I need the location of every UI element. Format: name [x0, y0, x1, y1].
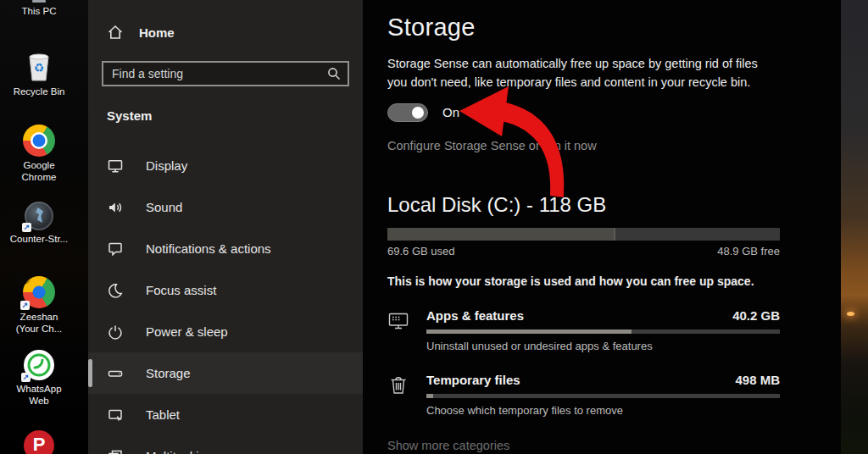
disk-usage-bar-fill — [387, 228, 615, 241]
multitasking-icon — [107, 448, 124, 454]
desktop-icon-whatsapp-web[interactable]: ↗ WhatsApp Web — [0, 350, 78, 407]
sidebar-item-label: Focus assist — [146, 283, 216, 297]
storage-sense-toggle[interactable] — [387, 103, 428, 122]
sidebar-item-label: Tablet — [146, 407, 180, 422]
sidebar-item-label: Notifications & actions — [146, 241, 271, 256]
category-description: Uninstall unused or undesired apps & fea… — [426, 340, 780, 352]
show-more-categories-link[interactable]: Show more categories — [387, 439, 509, 452]
chrome-icon — [23, 125, 55, 157]
trash-icon — [387, 373, 411, 417]
search-input[interactable] — [112, 67, 327, 80]
storage-sense-toggle-row: On — [387, 103, 780, 122]
category-body: Apps & features 40.2 GB Uninstall unused… — [426, 308, 780, 352]
svg-text:♻: ♻ — [34, 61, 45, 75]
storage-sense-description: Storage Sense can automatically free up … — [387, 54, 780, 92]
configure-storage-sense-link[interactable]: Configure Storage Sense or run it now — [387, 139, 597, 152]
desktop-icon-zeeshan-chrome[interactable]: ↗ Zeeshan (Your Ch... — [0, 276, 78, 335]
desktop-area-right — [841, 0, 868, 454]
sidebar-item-sound[interactable]: Sound — [88, 186, 363, 228]
desktop-icon-label: This PC — [22, 6, 57, 18]
desktop-icon-counter-strike[interactable]: ↗ Counter-Str... — [0, 202, 78, 246]
desktop-icon-recycle-bin[interactable]: ♻ Recycle Bin — [0, 49, 78, 98]
disk-used-label: 69.6 GB used — [387, 245, 455, 257]
disk-free-label: 48.9 GB free — [717, 245, 780, 257]
sidebar-nav: Display Sound Notifications & actio — [88, 145, 363, 454]
recycle-bin-icon: ♻ — [25, 49, 53, 83]
desktop-icon-label: Recycle Bin — [14, 86, 65, 98]
category-size: 498 MB — [735, 373, 780, 387]
sidebar-item-focus-assist[interactable]: Focus assist — [88, 269, 363, 311]
power-icon — [107, 324, 124, 340]
sidebar-item-label: Multitasking — [146, 449, 213, 454]
sidebar-item-power-sleep[interactable]: Power & sleep — [88, 311, 363, 352]
category-bar — [426, 329, 780, 334]
sidebar-home[interactable]: Home — [88, 22, 363, 42]
category-label: Apps & features — [426, 308, 524, 323]
desktop-icon-label: WhatsApp Web — [16, 384, 61, 407]
category-body: Temporary files 498 MB Choose which temp… — [426, 373, 780, 417]
disk-usage-bar — [387, 228, 780, 241]
sidebar-item-label: Power & sleep — [146, 324, 228, 339]
counter-strike-icon: ↗ — [25, 202, 53, 230]
category-apps-features[interactable]: Apps & features 40.2 GB Uninstall unused… — [387, 308, 780, 352]
sidebar-item-label: Sound — [146, 200, 182, 214]
category-size: 40.2 GB — [732, 308, 780, 323]
category-bar-fill — [426, 394, 433, 398]
home-label: Home — [139, 25, 175, 40]
sidebar-item-label: Storage — [146, 366, 191, 380]
disk-usage-labels: 69.6 GB used 48.9 GB free — [387, 245, 780, 257]
sunset-glow — [847, 312, 854, 316]
desktop-icon-label: Google Chrome — [22, 160, 57, 183]
settings-window: Home System Display — [88, 0, 841, 454]
shortcut-arrow-icon: ↗ — [22, 223, 31, 232]
shortcut-arrow-icon: ↗ — [21, 373, 31, 382]
category-bar — [426, 394, 780, 398]
sidebar-item-notifications[interactable]: Notifications & actions — [88, 228, 363, 269]
sidebar-section-system: System — [107, 108, 363, 123]
shortcut-arrow-icon: ↗ — [20, 301, 30, 310]
search-box[interactable] — [102, 61, 349, 86]
display-icon — [107, 158, 124, 174]
desktop-area-left: This PC ♻ Recycle Bin Google Chrome ↗ Co… — [0, 0, 88, 454]
usage-intro-text: This is how your storage is used and how… — [387, 274, 780, 288]
storage-settings-panel: Storage Storage Sense can automatically … — [363, 0, 841, 454]
sidebar-item-tablet[interactable]: Tablet — [88, 394, 363, 435]
pinterest-icon: P — [24, 430, 54, 454]
settings-sidebar: Home System Display — [88, 0, 363, 454]
tablet-icon — [107, 407, 124, 424]
desktop-icon-label: Counter-Str... — [10, 234, 68, 246]
storage-icon — [107, 365, 124, 382]
toggle-knob — [412, 107, 424, 119]
toggle-state-label: On — [442, 105, 459, 119]
sidebar-item-storage[interactable]: Storage — [88, 352, 363, 394]
sidebar-item-display[interactable]: Display — [88, 145, 363, 186]
sound-icon — [107, 199, 124, 216]
desktop-icon-pinterest[interactable]: P — [0, 430, 78, 454]
desktop-icon-label: Zeeshan (Your Ch... — [16, 312, 63, 335]
category-label: Temporary files — [426, 373, 520, 387]
category-description: Choose which temporary files to remove — [426, 404, 780, 417]
search-icon[interactable] — [327, 67, 341, 80]
this-pc-icon — [32, 0, 46, 3]
moon-icon — [107, 282, 124, 299]
category-temporary-files[interactable]: Temporary files 498 MB Choose which temp… — [387, 373, 780, 417]
apps-features-icon — [387, 308, 411, 352]
sidebar-item-multitasking[interactable]: Multitasking — [88, 435, 363, 454]
desktop-icon-google-chrome[interactable]: Google Chrome — [0, 125, 78, 183]
home-icon — [107, 24, 124, 41]
page-title: Storage — [387, 14, 780, 42]
sidebar-item-label: Display — [146, 158, 187, 173]
chrome-profile-icon: ↗ — [23, 276, 55, 308]
local-disk-heading: Local Disk (C:) - 118 GB — [387, 193, 780, 217]
whatsapp-icon: ↗ — [24, 350, 54, 380]
notifications-icon — [107, 241, 124, 257]
desktop-icon-this-pc[interactable]: This PC — [0, 0, 78, 18]
category-bar-fill — [426, 329, 632, 334]
